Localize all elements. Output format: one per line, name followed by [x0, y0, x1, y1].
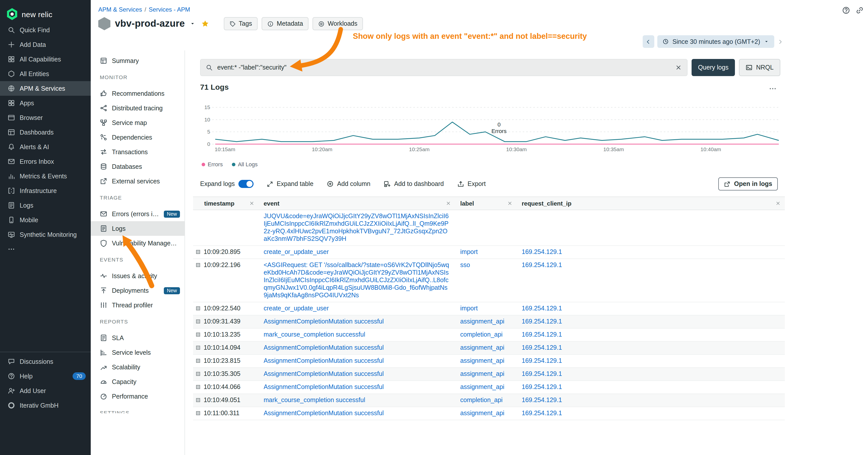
- copy-link-icon[interactable]: [856, 6, 864, 14]
- export-button[interactable]: Export: [457, 181, 486, 188]
- sidebar-item-errors-inbox[interactable]: Errors Inbox: [0, 154, 91, 169]
- column-header-event[interactable]: event: [258, 197, 455, 209]
- query-logs-button[interactable]: Query logs: [691, 59, 735, 76]
- workloads-button[interactable]: Workloads: [312, 17, 363, 30]
- entity-nav-item-scalability[interactable]: Scalability: [91, 360, 185, 375]
- log-table-row[interactable]: 10:10:44.066AssignmentCompletionMutation…: [193, 381, 785, 394]
- sidebar-item-add-data[interactable]: Add Data: [0, 37, 91, 52]
- log-ip-link[interactable]: 169.254.129.1: [522, 410, 562, 417]
- breadcrumb-services-apm[interactable]: Services - APM: [149, 6, 190, 13]
- log-table-row[interactable]: 10:10:49.051mark_course_completion succe…: [193, 394, 785, 407]
- log-event-link[interactable]: AssignmentCompletionMutation successful: [264, 344, 384, 351]
- entity-nav-item-sla[interactable]: SLA: [91, 330, 185, 345]
- entity-nav-item-performance[interactable]: Performance: [91, 389, 185, 403]
- expand-logs-toggle[interactable]: [239, 180, 253, 188]
- sidebar-item-dashboards[interactable]: Dashboards: [0, 125, 91, 139]
- log-ip-link[interactable]: 169.254.129.1: [522, 318, 562, 325]
- sidebar-item-discussions[interactable]: Discussions: [0, 354, 91, 369]
- log-row-marker-icon[interactable]: [196, 359, 200, 363]
- log-event-link[interactable]: <ASGIRequest: GET '/sso/callback/?state=…: [264, 261, 449, 299]
- log-table-row[interactable]: 10:10:13.235mark_course_completion succe…: [193, 328, 785, 342]
- entity-nav-item-service-levels[interactable]: Service levels: [91, 345, 185, 360]
- more-options-icon[interactable]: [769, 85, 777, 93]
- entity-nav-item-service-map[interactable]: Service map: [91, 116, 185, 130]
- sidebar-item-mobile[interactable]: Mobile: [0, 213, 91, 227]
- log-label-link[interactable]: import: [460, 305, 477, 312]
- expand-table-button[interactable]: Expand table: [267, 181, 313, 188]
- sidebar-item-apm-services[interactable]: APM & Services: [0, 81, 91, 96]
- log-ip-link[interactable]: 169.254.129.1: [522, 344, 562, 351]
- sidebar-item-iterativ-gmbh[interactable]: Iterativ GmbH: [0, 398, 91, 413]
- time-forward-button[interactable]: [777, 38, 783, 44]
- entity-nav-item-external-services[interactable]: External services: [91, 174, 185, 189]
- entity-nav-item-summary[interactable]: Summary: [91, 54, 185, 68]
- log-event-link[interactable]: AssignmentCompletionMutation successful: [264, 410, 384, 417]
- sidebar-item-alerts-ai[interactable]: Alerts & AI: [0, 139, 91, 154]
- log-event-link[interactable]: JUQVU&code=eyJraWQiOiJjcGItY29yZV8wOTl1M…: [264, 213, 448, 242]
- legend-item-errors[interactable]: Errors: [202, 161, 223, 167]
- entity-switcher-caret-icon[interactable]: [189, 21, 195, 27]
- clear-query-icon[interactable]: [675, 64, 682, 71]
- log-event-link[interactable]: mark_course_completion successful: [264, 396, 365, 403]
- logo[interactable]: new relic: [0, 0, 91, 23]
- sidebar-item-synthetic-monitoring[interactable]: Synthetic Monitoring: [0, 227, 91, 242]
- entity-nav-item-thread-profiler[interactable]: Thread profiler: [91, 298, 185, 313]
- log-table-row[interactable]: 10:10:35.305AssignmentCompletionMutation…: [193, 368, 785, 381]
- tags-button[interactable]: Tags: [223, 17, 257, 30]
- log-row-marker-icon[interactable]: [196, 346, 200, 350]
- log-label-link[interactable]: assignment_api: [460, 370, 504, 378]
- log-label-link[interactable]: assignment_api: [460, 384, 504, 390]
- add-to-dashboard-button[interactable]: Add to dashboard: [383, 181, 444, 188]
- logs-query-input[interactable]: event:* -"label":"security": [200, 59, 687, 76]
- log-row-marker-icon[interactable]: [196, 320, 200, 324]
- log-table-row[interactable]: 10:09:20.895create_or_update_userimport1…: [193, 246, 785, 259]
- sidebar-item-browser[interactable]: Browser: [0, 110, 91, 125]
- remove-column-icon[interactable]: [445, 200, 451, 206]
- column-header-timestamp[interactable]: timestamp: [193, 197, 258, 209]
- log-event-link[interactable]: create_or_update_user: [264, 249, 329, 256]
- entity-nav-item-errors-errors-inb[interactable]: Errors (errors inb...New: [91, 206, 185, 221]
- sidebar-item-add-user[interactable]: Add User: [0, 384, 91, 398]
- log-table-row[interactable]: 10:09:22.196<ASGIRequest: GET '/sso/call…: [193, 259, 785, 302]
- column-header-label[interactable]: label: [455, 197, 517, 209]
- log-table-row[interactable]: 10:09:22.540create_or_update_userimport1…: [193, 302, 785, 316]
- log-label-link[interactable]: assignment_api: [460, 344, 504, 351]
- log-label-link[interactable]: completion_api: [460, 396, 502, 403]
- log-ip-link[interactable]: 169.254.129.1: [522, 261, 562, 268]
- remove-column-icon[interactable]: [249, 200, 254, 206]
- log-ip-link[interactable]: 169.254.129.1: [522, 396, 562, 403]
- log-ip-link[interactable]: 169.254.129.1: [522, 305, 562, 312]
- open-in-logs-button[interactable]: Open in logs: [718, 177, 778, 191]
- sidebar-item-quick-find[interactable]: Quick Find: [0, 23, 91, 37]
- nrql-button[interactable]: NRQL: [739, 59, 780, 76]
- entity-nav-item-vulnerability-management[interactable]: Vulnerability Management: [91, 236, 185, 251]
- entity-nav-item-deployments[interactable]: DeploymentsNew: [91, 283, 185, 298]
- log-ip-link[interactable]: 169.254.129.1: [522, 249, 562, 256]
- log-ip-link[interactable]: 169.254.129.1: [522, 331, 562, 338]
- sidebar-item-logs[interactable]: Logs: [0, 198, 91, 213]
- log-row-marker-icon[interactable]: [196, 250, 200, 254]
- log-table-row[interactable]: 10:10:14.094AssignmentCompletionMutation…: [193, 342, 785, 355]
- entity-nav-item-logs[interactable]: Logs: [91, 221, 185, 236]
- log-table-row[interactable]: 10:09:31.439AssignmentCompletionMutation…: [193, 316, 785, 328]
- log-row-marker-icon[interactable]: [196, 306, 200, 311]
- log-ip-link[interactable]: 169.254.129.1: [522, 370, 562, 378]
- help-icon[interactable]: [842, 6, 850, 14]
- log-label-link[interactable]: assignment_api: [460, 410, 504, 417]
- sidebar-item-infrastructure[interactable]: Infrastructure: [0, 184, 91, 198]
- entity-nav-item-issues-activity[interactable]: Issues & activity: [91, 268, 185, 283]
- log-row-marker-icon[interactable]: [196, 398, 200, 402]
- time-range-picker[interactable]: Since 30 minutes ago (GMT+2): [657, 35, 774, 48]
- entity-nav-item-databases[interactable]: Databases: [91, 159, 185, 174]
- favorite-star-icon[interactable]: [201, 20, 209, 28]
- log-row-marker-icon[interactable]: [196, 385, 200, 389]
- log-label-link[interactable]: completion_api: [460, 331, 502, 338]
- entity-nav-item-recommendations[interactable]: Recommendations: [91, 86, 185, 101]
- log-label-link[interactable]: assignment_api: [460, 318, 504, 325]
- log-label-link[interactable]: assignment_api: [460, 357, 504, 364]
- log-event-link[interactable]: AssignmentCompletionMutation successful: [264, 384, 384, 390]
- log-label-link[interactable]: sso: [460, 261, 470, 268]
- log-row-marker-icon[interactable]: [196, 411, 200, 415]
- remove-column-icon[interactable]: [507, 200, 513, 206]
- log-ip-link[interactable]: 169.254.129.1: [522, 357, 562, 364]
